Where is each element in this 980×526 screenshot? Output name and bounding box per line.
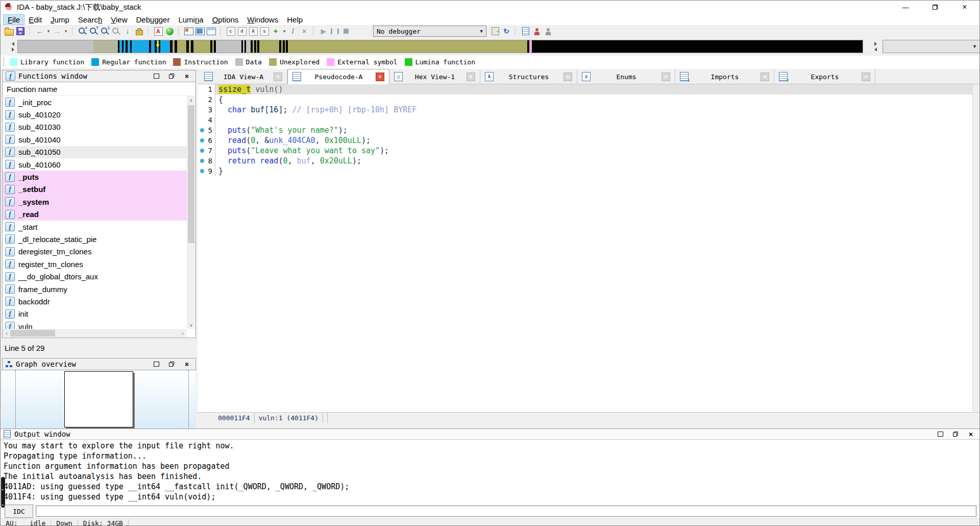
menu-debugger[interactable]: Debugger: [132, 15, 174, 25]
navigate-back-icon[interactable]: ←: [35, 26, 45, 36]
continue-process-icon[interactable]: ↻: [501, 26, 511, 36]
menu-windows[interactable]: Windows: [243, 15, 282, 25]
scrollbar-thumb[interactable]: [188, 105, 194, 243]
menu-file[interactable]: File: [4, 15, 24, 25]
close-panel-button[interactable]: ×: [183, 361, 190, 368]
menu-lumina[interactable]: Lumina: [174, 15, 207, 25]
scroll-right-icon[interactable]: ›: [179, 330, 187, 337]
code-line-9[interactable]: 9}: [198, 166, 973, 176]
search-again-icon[interactable]: [111, 26, 121, 36]
navband-scroll-left[interactable]: [10, 42, 16, 52]
function-row-_dl_relocate_static_pie[interactable]: f_dl_relocate_static_pie: [3, 233, 187, 245]
open-subview-windows-icon[interactable]: [184, 26, 194, 36]
graph-overview-content[interactable]: [2, 370, 196, 428]
graph-overview-header[interactable]: Graph overview ×: [2, 358, 196, 370]
delete-icon[interactable]: ×: [299, 26, 309, 36]
search-text-icon[interactable]: T: [89, 26, 99, 36]
output-window-header[interactable]: Output window ×: [1, 429, 979, 440]
function-row-frame_dummy[interactable]: fframe_dummy: [3, 283, 187, 295]
menu-search[interactable]: Search: [74, 15, 107, 25]
script-snippets-icon[interactable]: [521, 26, 531, 36]
function-row-sub_401040[interactable]: fsub_401040: [3, 133, 187, 146]
tab-close-icon[interactable]: ×: [564, 73, 572, 81]
cli-language-button[interactable]: IDC: [5, 505, 33, 518]
debugger-person-icon[interactable]: [532, 26, 542, 36]
tab-exports[interactable]: ↑Exports×: [774, 69, 875, 84]
tab-hex-view-1[interactable]: ○Hex View-1×: [389, 69, 480, 84]
column-header-function-name[interactable]: Function name: [3, 82, 195, 96]
add-item-menu-icon[interactable]: ▾: [282, 26, 287, 36]
code-line-8[interactable]: 8 return read(0, buf, 0x20uLL);: [198, 156, 973, 166]
menu-view[interactable]: View: [107, 15, 131, 25]
function-row-_puts[interactable]: f_puts: [3, 171, 187, 183]
navigate-back-menu-icon[interactable]: ▾: [46, 26, 51, 36]
tab-pseudocode-a[interactable]: Pseudocode-A×: [287, 69, 389, 84]
code-line-5[interactable]: 5 puts("What's your name?");: [198, 125, 973, 135]
function-row-backoddr[interactable]: fbackoddr: [3, 295, 187, 307]
minimize-button[interactable]: —: [891, 1, 920, 14]
output-minimap-scrollbar[interactable]: [1, 477, 5, 508]
tab-ida-view-a[interactable]: IDA View-A×: [200, 69, 287, 84]
code-line-6[interactable]: 6 read(0, &unk_404CA0, 0x100uLL);: [198, 135, 973, 146]
tab-structures[interactable]: AStructures×: [480, 69, 577, 84]
start-process-icon[interactable]: ▶: [318, 26, 329, 36]
function-row-_start[interactable]: f_start: [3, 221, 187, 233]
save-file-icon[interactable]: [15, 26, 26, 36]
tab-enums[interactable]: ≡Enums×: [577, 69, 675, 84]
float-panel-button[interactable]: [952, 431, 959, 438]
scroll-down-icon[interactable]: ∨: [187, 321, 195, 329]
debugger-combo[interactable]: No debugger▼: [373, 26, 486, 37]
function-row-sub_401060[interactable]: fsub_401060: [3, 158, 187, 171]
pseudocode-view[interactable]: 1ssize_t vuln()2{3 char buf[16]; // [rsp…: [198, 84, 973, 412]
function-row-_init_proc[interactable]: f_init_proc: [3, 96, 187, 108]
add-item-icon[interactable]: +: [271, 26, 281, 36]
float-panel-button[interactable]: [168, 361, 175, 368]
graph-viewport-box[interactable]: [64, 371, 133, 427]
function-row-_setbuf[interactable]: f_setbuf: [3, 183, 187, 196]
tab-close-icon[interactable]: ×: [761, 73, 769, 81]
close-button[interactable]: ×: [950, 1, 979, 14]
open-subview-generic-icon[interactable]: [206, 26, 216, 36]
navigate-forward-icon[interactable]: →: [52, 26, 62, 36]
code-line-3[interactable]: 3 char buf[16]; // [rsp+0h] [rbp-10h] BY…: [198, 105, 973, 115]
open-subview-lists-icon[interactable]: [195, 26, 205, 36]
function-row-_read[interactable]: f_read: [3, 208, 187, 221]
menu-help[interactable]: Help: [283, 15, 307, 25]
pseudocode-vertical-scrollbar[interactable]: [972, 84, 979, 412]
functions-vertical-scrollbar[interactable]: ∧ ∨: [187, 96, 195, 329]
functions-horizontal-scrollbar[interactable]: ‹ ›: [3, 329, 187, 338]
function-row-vuln[interactable]: fvuln: [3, 320, 187, 329]
function-row-sub_401020[interactable]: fsub_401020: [3, 108, 187, 121]
functions-window-header[interactable]: f Functions window ×: [2, 70, 196, 82]
search-sequence-icon[interactable]: #: [78, 26, 88, 36]
tab-close-icon[interactable]: ×: [662, 73, 670, 81]
tab-imports[interactable]: ↓Imports×: [675, 69, 774, 84]
function-row-_system[interactable]: f_system: [3, 196, 187, 208]
navigation-band[interactable]: [17, 40, 863, 53]
tab-close-icon[interactable]: ×: [862, 73, 870, 81]
function-row-sub_401050[interactable]: fsub_401050: [3, 146, 187, 158]
jump-address-icon[interactable]: ↓: [122, 26, 133, 36]
maximize-panel-button[interactable]: [153, 73, 160, 80]
menu-jump[interactable]: Jump: [46, 15, 74, 25]
close-panel-button[interactable]: ×: [183, 73, 190, 80]
legend-drag-handle[interactable]: [3, 58, 6, 66]
pause-process-icon[interactable]: [330, 26, 340, 36]
code-line-4[interactable]: 4: [198, 115, 973, 125]
attach-process-icon[interactable]: [490, 26, 500, 36]
menu-edit[interactable]: Edit: [24, 15, 46, 25]
navband-scroll-right[interactable]: [872, 42, 878, 52]
scrollbar-thumb[interactable]: [10, 330, 55, 337]
profiler-person-icon[interactable]: [543, 26, 553, 36]
function-row-__do_global_dtors_aux[interactable]: f__do_global_dtors_aux: [3, 270, 187, 282]
code-line-1[interactable]: 1ssize_t vuln(): [198, 84, 973, 94]
cli-input[interactable]: [36, 506, 976, 517]
create-code-icon[interactable]: c: [226, 26, 236, 36]
edit-icon[interactable]: /: [288, 26, 298, 36]
function-row-sub_401030[interactable]: fsub_401030: [3, 121, 187, 133]
tab-close-icon[interactable]: ×: [376, 73, 384, 81]
close-panel-button[interactable]: ×: [967, 431, 974, 438]
maximize-panel-button[interactable]: [153, 361, 160, 368]
code-line-7[interactable]: 7 puts("Leave what you want to say");: [198, 146, 973, 156]
create-data-icon[interactable]: d: [237, 26, 247, 36]
